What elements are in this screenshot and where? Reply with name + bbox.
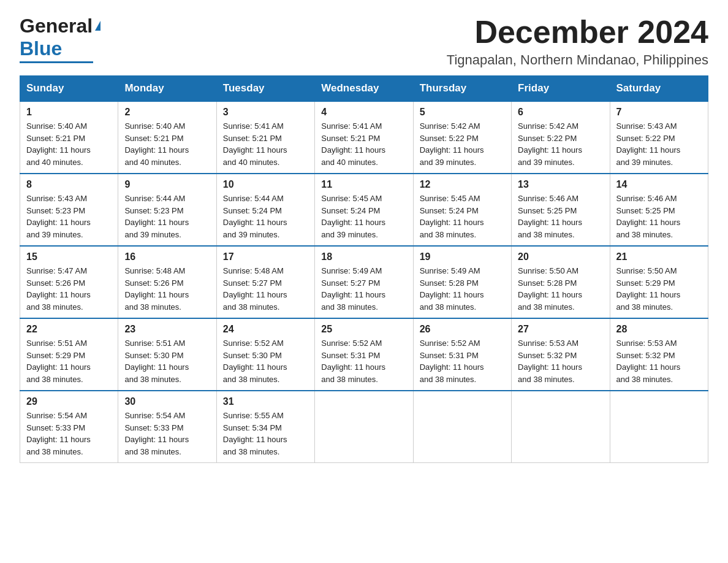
day-info: Sunrise: 5:44 AMSunset: 5:23 PMDaylight:… bbox=[124, 193, 210, 240]
calendar-day-cell: 18Sunrise: 5:49 AMSunset: 5:27 PMDayligh… bbox=[315, 246, 413, 318]
calendar-day-cell: 11Sunrise: 5:45 AMSunset: 5:24 PMDayligh… bbox=[315, 174, 413, 246]
day-info: Sunrise: 5:46 AMSunset: 5:25 PMDaylight:… bbox=[518, 193, 603, 240]
day-info: Sunrise: 5:45 AMSunset: 5:24 PMDaylight:… bbox=[321, 193, 406, 240]
day-number: 3 bbox=[223, 107, 308, 118]
day-number: 20 bbox=[518, 251, 603, 262]
calendar-day-cell: 30Sunrise: 5:54 AMSunset: 5:33 PMDayligh… bbox=[118, 391, 216, 463]
logo-general-text: General bbox=[20, 15, 93, 37]
calendar-day-cell: 14Sunrise: 5:46 AMSunset: 5:25 PMDayligh… bbox=[610, 174, 708, 246]
day-info: Sunrise: 5:48 AMSunset: 5:27 PMDaylight:… bbox=[223, 265, 308, 313]
calendar-day-cell: 23Sunrise: 5:51 AMSunset: 5:30 PMDayligh… bbox=[118, 318, 216, 391]
day-number: 13 bbox=[518, 179, 603, 190]
calendar-day-cell: 28Sunrise: 5:53 AMSunset: 5:32 PMDayligh… bbox=[610, 318, 708, 391]
day-number: 28 bbox=[616, 324, 702, 335]
calendar-day-cell: 27Sunrise: 5:53 AMSunset: 5:32 PMDayligh… bbox=[512, 318, 610, 391]
day-number: 8 bbox=[26, 179, 112, 190]
day-number: 14 bbox=[616, 179, 702, 190]
day-number: 25 bbox=[321, 324, 406, 335]
calendar-day-cell: 2Sunrise: 5:40 AMSunset: 5:21 PMDaylight… bbox=[118, 101, 216, 174]
day-number: 6 bbox=[518, 107, 603, 118]
calendar-day-cell: 12Sunrise: 5:45 AMSunset: 5:24 PMDayligh… bbox=[413, 174, 511, 246]
day-info: Sunrise: 5:41 AMSunset: 5:21 PMDaylight:… bbox=[321, 120, 406, 168]
calendar-day-cell: 31Sunrise: 5:55 AMSunset: 5:34 PMDayligh… bbox=[216, 391, 314, 463]
calendar-week-row: 22Sunrise: 5:51 AMSunset: 5:29 PMDayligh… bbox=[20, 318, 708, 391]
column-header-tuesday: Tuesday bbox=[216, 76, 314, 102]
calendar-day-cell: 9Sunrise: 5:44 AMSunset: 5:23 PMDaylight… bbox=[118, 174, 216, 246]
day-number: 2 bbox=[124, 107, 210, 118]
calendar-day-cell: 29Sunrise: 5:54 AMSunset: 5:33 PMDayligh… bbox=[20, 391, 118, 463]
day-number: 9 bbox=[124, 179, 210, 190]
calendar-day-cell: 25Sunrise: 5:52 AMSunset: 5:31 PMDayligh… bbox=[315, 318, 413, 391]
column-header-sunday: Sunday bbox=[20, 76, 118, 102]
calendar-day-cell: 26Sunrise: 5:52 AMSunset: 5:31 PMDayligh… bbox=[413, 318, 511, 391]
empty-cell bbox=[610, 391, 708, 463]
day-number: 1 bbox=[26, 107, 112, 118]
logo-blue-text: Blue bbox=[20, 37, 62, 60]
logo: General Blue bbox=[20, 15, 100, 63]
calendar-day-cell: 3Sunrise: 5:41 AMSunset: 5:21 PMDaylight… bbox=[216, 101, 314, 174]
column-header-wednesday: Wednesday bbox=[315, 76, 413, 102]
calendar-day-cell: 17Sunrise: 5:48 AMSunset: 5:27 PMDayligh… bbox=[216, 246, 314, 318]
day-number: 22 bbox=[26, 324, 112, 335]
logo-triangle-icon bbox=[95, 21, 100, 31]
day-number: 10 bbox=[223, 179, 308, 190]
day-info: Sunrise: 5:42 AMSunset: 5:22 PMDaylight:… bbox=[518, 120, 603, 168]
day-info: Sunrise: 5:40 AMSunset: 5:21 PMDaylight:… bbox=[124, 120, 210, 168]
empty-cell bbox=[512, 391, 610, 463]
day-info: Sunrise: 5:44 AMSunset: 5:24 PMDaylight:… bbox=[223, 193, 308, 240]
day-info: Sunrise: 5:50 AMSunset: 5:28 PMDaylight:… bbox=[518, 265, 603, 313]
calendar-day-cell: 22Sunrise: 5:51 AMSunset: 5:29 PMDayligh… bbox=[20, 318, 118, 391]
day-info: Sunrise: 5:55 AMSunset: 5:34 PMDaylight:… bbox=[223, 410, 308, 458]
day-number: 24 bbox=[223, 324, 308, 335]
calendar-day-cell: 13Sunrise: 5:46 AMSunset: 5:25 PMDayligh… bbox=[512, 174, 610, 246]
day-info: Sunrise: 5:50 AMSunset: 5:29 PMDaylight:… bbox=[616, 265, 702, 313]
day-info: Sunrise: 5:53 AMSunset: 5:32 PMDaylight:… bbox=[518, 337, 603, 385]
day-number: 4 bbox=[321, 107, 406, 118]
page-header: General Blue December 2024 Tignapalan, N… bbox=[20, 15, 708, 68]
month-title: December 2024 bbox=[447, 15, 708, 50]
day-info: Sunrise: 5:51 AMSunset: 5:29 PMDaylight:… bbox=[26, 337, 112, 385]
day-number: 19 bbox=[420, 251, 505, 262]
title-block: December 2024 Tignapalan, Northern Minda… bbox=[447, 15, 708, 68]
column-header-thursday: Thursday bbox=[413, 76, 511, 102]
day-info: Sunrise: 5:52 AMSunset: 5:30 PMDaylight:… bbox=[223, 337, 308, 385]
calendar-day-cell: 16Sunrise: 5:48 AMSunset: 5:26 PMDayligh… bbox=[118, 246, 216, 318]
day-info: Sunrise: 5:43 AMSunset: 5:23 PMDaylight:… bbox=[26, 193, 112, 240]
day-number: 17 bbox=[223, 251, 308, 262]
location-title: Tignapalan, Northern Mindanao, Philippin… bbox=[447, 52, 708, 68]
calendar-day-cell: 21Sunrise: 5:50 AMSunset: 5:29 PMDayligh… bbox=[610, 246, 708, 318]
day-number: 30 bbox=[124, 396, 210, 407]
day-info: Sunrise: 5:49 AMSunset: 5:28 PMDaylight:… bbox=[420, 265, 505, 313]
day-info: Sunrise: 5:54 AMSunset: 5:33 PMDaylight:… bbox=[124, 410, 210, 458]
day-info: Sunrise: 5:53 AMSunset: 5:32 PMDaylight:… bbox=[616, 337, 702, 385]
calendar-day-cell: 4Sunrise: 5:41 AMSunset: 5:21 PMDaylight… bbox=[315, 101, 413, 174]
empty-cell bbox=[315, 391, 413, 463]
calendar-day-cell: 5Sunrise: 5:42 AMSunset: 5:22 PMDaylight… bbox=[413, 101, 511, 174]
day-info: Sunrise: 5:40 AMSunset: 5:21 PMDaylight:… bbox=[26, 120, 112, 168]
calendar-table: SundayMondayTuesdayWednesdayThursdayFrid… bbox=[20, 75, 708, 463]
calendar-week-row: 15Sunrise: 5:47 AMSunset: 5:26 PMDayligh… bbox=[20, 246, 708, 318]
day-info: Sunrise: 5:46 AMSunset: 5:25 PMDaylight:… bbox=[616, 193, 702, 240]
calendar-day-cell: 8Sunrise: 5:43 AMSunset: 5:23 PMDaylight… bbox=[20, 174, 118, 246]
day-number: 29 bbox=[26, 396, 112, 407]
empty-cell bbox=[413, 391, 511, 463]
day-info: Sunrise: 5:42 AMSunset: 5:22 PMDaylight:… bbox=[420, 120, 505, 168]
calendar-day-cell: 10Sunrise: 5:44 AMSunset: 5:24 PMDayligh… bbox=[216, 174, 314, 246]
day-info: Sunrise: 5:52 AMSunset: 5:31 PMDaylight:… bbox=[420, 337, 505, 385]
calendar-day-cell: 7Sunrise: 5:43 AMSunset: 5:22 PMDaylight… bbox=[610, 101, 708, 174]
calendar-week-row: 29Sunrise: 5:54 AMSunset: 5:33 PMDayligh… bbox=[20, 391, 708, 463]
day-info: Sunrise: 5:47 AMSunset: 5:26 PMDaylight:… bbox=[26, 265, 112, 313]
column-header-monday: Monday bbox=[118, 76, 216, 102]
calendar-week-row: 8Sunrise: 5:43 AMSunset: 5:23 PMDaylight… bbox=[20, 174, 708, 246]
day-number: 7 bbox=[616, 107, 702, 118]
calendar-day-cell: 24Sunrise: 5:52 AMSunset: 5:30 PMDayligh… bbox=[216, 318, 314, 391]
day-number: 15 bbox=[26, 251, 112, 262]
day-number: 5 bbox=[420, 107, 505, 118]
calendar-day-cell: 15Sunrise: 5:47 AMSunset: 5:26 PMDayligh… bbox=[20, 246, 118, 318]
day-info: Sunrise: 5:45 AMSunset: 5:24 PMDaylight:… bbox=[420, 193, 505, 240]
column-header-friday: Friday bbox=[512, 76, 610, 102]
day-info: Sunrise: 5:49 AMSunset: 5:27 PMDaylight:… bbox=[321, 265, 406, 313]
column-header-saturday: Saturday bbox=[610, 76, 708, 102]
day-number: 27 bbox=[518, 324, 603, 335]
calendar-day-cell: 6Sunrise: 5:42 AMSunset: 5:22 PMDaylight… bbox=[512, 101, 610, 174]
